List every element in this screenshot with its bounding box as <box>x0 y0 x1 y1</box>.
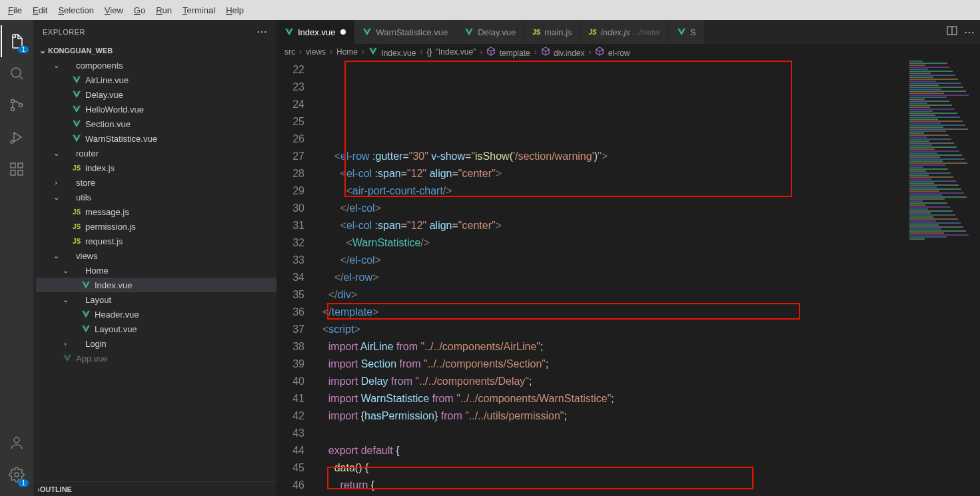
activity-explorer-icon[interactable]: 1 <box>1 25 33 57</box>
breadcrumb-item[interactable]: el-row <box>595 47 630 58</box>
folder-item[interactable]: ›store <box>36 175 276 190</box>
js-file-icon: JS <box>71 208 83 216</box>
tab-label: Delay.vue <box>478 27 516 37</box>
code-line[interactable]: <WarnStatistice/> <box>316 234 907 252</box>
file-item[interactable]: JSindex.js <box>36 160 276 175</box>
code-line[interactable] <box>316 425 907 442</box>
editor-tab[interactable]: Index.vue <box>276 20 354 44</box>
breadcrumb-item[interactable]: Home <box>336 47 358 57</box>
activity-debug-icon[interactable] <box>1 121 33 153</box>
folder-item[interactable]: ›Login <box>36 336 276 351</box>
breadcrumb-item[interactable]: src <box>284 47 295 57</box>
file-item[interactable]: JSpermission.js <box>36 219 276 234</box>
menu-view[interactable]: View <box>99 3 129 18</box>
code-line[interactable]: import Section from "../../components/Se… <box>316 356 907 373</box>
breadcrumb-item[interactable]: div.index <box>541 47 585 58</box>
code-line[interactable]: import {hasPermission} from "../../utils… <box>316 407 907 425</box>
folder-item[interactable]: ⌄views <box>36 248 276 263</box>
code-line[interactable]: data() { <box>316 459 907 477</box>
code-line[interactable]: <el-col :span="12" align="center"> <box>316 165 907 182</box>
file-item[interactable]: HelloWorld.vue <box>36 102 276 117</box>
file-label: Index.vue <box>95 280 132 290</box>
menu-run[interactable]: Run <box>151 3 177 18</box>
file-item[interactable]: JSrequest.js <box>36 234 276 248</box>
tab-bar: Index.vueWarnStatistice.vueDelay.vueJSma… <box>276 20 980 44</box>
symbol-icon <box>486 47 496 56</box>
vue-file-icon <box>80 310 92 319</box>
code-line[interactable]: import WarnStatistice from "../../compon… <box>316 390 907 407</box>
code-line[interactable]: export default { <box>316 442 907 459</box>
file-item[interactable]: Header.vue <box>36 307 276 322</box>
activity-bar: 1 1 <box>0 20 33 496</box>
code-line[interactable]: </el-col> <box>316 200 907 217</box>
more-icon[interactable]: ⋯ <box>964 26 975 39</box>
file-item[interactable]: Delay.vue <box>36 87 276 102</box>
sidebar-title: EXPLORER <box>43 28 85 36</box>
menu-selection[interactable]: Selection <box>53 3 99 18</box>
activity-settings-icon[interactable]: 1 <box>1 459 33 491</box>
code-line[interactable]: </el-col> <box>316 252 907 269</box>
breadcrumb-item[interactable]: views <box>306 47 326 57</box>
folder-item[interactable]: ⌄components <box>36 58 276 73</box>
file-item[interactable]: AirLine.vue <box>36 73 276 87</box>
code-line[interactable]: return { <box>316 477 907 494</box>
code-line[interactable]: </template> <box>316 304 907 321</box>
sidebar-explorer: EXPLORER ⋯ ⌄ KONGGUAN_WEB ⌄componentsAir… <box>33 20 276 496</box>
code-line[interactable]: import Delay from "../../components/Dela… <box>316 373 907 390</box>
file-item[interactable]: Index.vue <box>36 278 276 292</box>
folder-item[interactable]: ⌄router <box>36 146 276 160</box>
menu-go[interactable]: Go <box>129 3 151 18</box>
folder-root[interactable]: ⌄ KONGGUAN_WEB <box>33 43 276 58</box>
file-item[interactable]: Section.vue <box>36 117 276 131</box>
editor-tab[interactable]: Delay.vue <box>456 20 524 44</box>
editor-tab[interactable]: WarnStatistice.vue <box>354 20 456 44</box>
menu-help[interactable]: Help <box>221 3 249 18</box>
vue-file-icon <box>61 354 73 363</box>
outline-section[interactable]: › OUTLINE <box>33 481 276 496</box>
file-item[interactable]: WarnStatistice.vue <box>36 131 276 146</box>
code-line[interactable]: <air-port-count-chart/> <box>316 182 907 200</box>
file-label: App.vue <box>76 354 108 364</box>
activity-search-icon[interactable] <box>1 57 33 89</box>
file-label: Layout <box>85 295 111 305</box>
code-line[interactable]: </el-row> <box>316 269 907 286</box>
vue-file-icon <box>80 280 92 290</box>
menu-edit[interactable]: Edit <box>27 3 53 18</box>
code-editor[interactable]: <el-row :gutter="30" v-show="isShow('/se… <box>316 60 907 496</box>
code-line[interactable]: import AirLine from "../../components/Ai… <box>316 338 907 356</box>
minimap[interactable] <box>907 60 980 496</box>
folder-item[interactable]: ⌄Layout <box>36 292 276 307</box>
code-area: 2223242526272829303132333435363738394041… <box>276 60 980 496</box>
code-line[interactable]: </div> <box>316 286 907 304</box>
tab-label: index.js <box>601 27 630 37</box>
split-editor-icon[interactable] <box>947 25 957 39</box>
breadcrumb-item[interactable]: Index.vue <box>368 47 416 58</box>
code-line[interactable]: <script> <box>316 321 907 338</box>
breadcrumb[interactable]: src›views›Home› Index.vue›{} "Index.vue"… <box>276 44 980 60</box>
symbol-icon <box>541 47 550 56</box>
file-label: Login <box>85 339 107 349</box>
breadcrumb-item[interactable]: {} "Index.vue" <box>426 47 476 57</box>
svg-rect-7 <box>18 170 23 175</box>
activity-extensions-icon[interactable] <box>1 153 33 185</box>
editor-tab[interactable]: JSindex.js.../router <box>581 20 669 44</box>
file-item[interactable]: App.vue <box>36 351 276 366</box>
breadcrumb-item[interactable]: template <box>486 47 530 58</box>
file-item[interactable]: Layout.vue <box>36 322 276 336</box>
folder-item[interactable]: ⌄Home <box>36 263 276 278</box>
vue-file-icon <box>368 47 378 56</box>
activity-scm-icon[interactable] <box>1 89 33 121</box>
file-item[interactable]: JSmessage.js <box>36 204 276 219</box>
js-file-icon: JS <box>71 238 83 245</box>
sidebar-more-icon[interactable]: ⋯ <box>256 25 268 38</box>
svg-point-10 <box>15 473 19 477</box>
js-file-icon: JS <box>589 29 597 36</box>
code-line[interactable]: <el-row :gutter="30" v-show="isShow('/se… <box>316 148 907 165</box>
editor-tab[interactable]: JSmain.js <box>524 20 580 44</box>
editor-tab[interactable]: S <box>669 20 705 44</box>
menu-terminal[interactable]: Terminal <box>177 3 221 18</box>
code-line[interactable]: <el-col :span="12" align="center"> <box>316 217 907 234</box>
menu-file[interactable]: File <box>3 3 27 18</box>
activity-account-icon[interactable] <box>1 427 33 459</box>
folder-item[interactable]: ⌄utils <box>36 190 276 204</box>
